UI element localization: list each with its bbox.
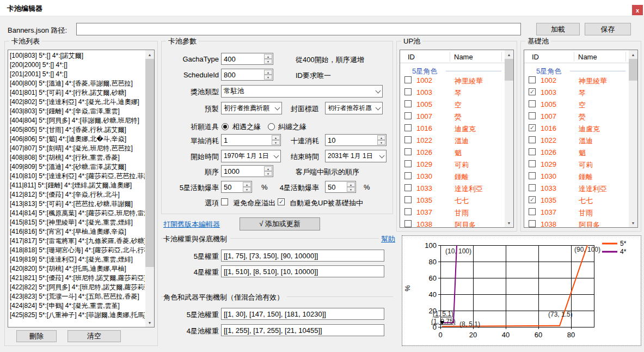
row-checkbox[interactable] xyxy=(529,124,536,131)
row-checkbox[interactable] xyxy=(404,196,412,203)
pool-type-select[interactable]: 常駐池 xyxy=(221,85,383,98)
gachatype-input[interactable]: 400 ▲▼ xyxy=(221,53,273,65)
radio-intertwined-fate[interactable] xyxy=(268,123,275,130)
pool-row[interactable]: 1035七七 xyxy=(400,196,504,204)
row-checkbox[interactable] xyxy=(529,172,536,179)
pool-row[interactable]: 1022溫迪 xyxy=(524,136,628,144)
list-item[interactable]: [422|822] 5*:[阿貝多] 4*:[班尼特,諾艾爾,蘿莎莉亞] xyxy=(8,283,145,292)
pool-row[interactable]: 1007熒 xyxy=(524,112,628,120)
row-checkbox[interactable] xyxy=(529,220,536,227)
avoid-constellation-overflow-checkbox[interactable] xyxy=(221,198,228,205)
order-spinner[interactable]: ▲▼ xyxy=(264,166,273,177)
pool-row[interactable]: 1022溫迪 xyxy=(400,136,504,144)
row-checkbox[interactable] xyxy=(529,160,536,167)
scheduleid-input[interactable]: 800 ▲▼ xyxy=(221,69,273,81)
row-checkbox[interactable] xyxy=(404,160,412,167)
scheduleid-spinner[interactable]: ▲▼ xyxy=(264,69,273,80)
list-item[interactable]: [403|803] 5*:[鍾離] 4*:[辛焱,雷澤,重雲] xyxy=(8,107,145,116)
pool-row[interactable]: 1016迪盧克 xyxy=(400,124,504,132)
rate5-input[interactable]: 50 ▲▼ xyxy=(221,181,252,193)
list-item[interactable]: [418|818] 5*:[珊瑚宮心海] 4*:[蘿莎莉亞,北斗,行秋] xyxy=(8,246,145,255)
row-checkbox[interactable] xyxy=(404,112,412,119)
row-checkbox[interactable] xyxy=(404,88,412,95)
help-link[interactable]: 幫助 xyxy=(379,234,395,244)
list-item[interactable]: [417|817] 5*:[雷電將軍] 4*:[九條裟羅,香菱,砂糖] xyxy=(8,236,145,246)
gachatype-spinner[interactable]: ▲▼ xyxy=(264,53,273,64)
row-checkbox[interactable] xyxy=(529,148,536,155)
list-item[interactable]: [405|805] 5*:[甘雨] 4*:[香菱,行秋,諾艾爾] xyxy=(8,125,145,135)
list-item[interactable]: [420|820] 5*:[胡桃] 4*:[托馬,迪奧娜,早柚] xyxy=(8,264,145,274)
list-item[interactable]: [423|823] 5*:[荒瀧一斗] 4*:[五郎,芭芭拉,香菱] xyxy=(8,292,145,301)
pool-row[interactable]: 1002神里綾華 xyxy=(400,76,504,84)
auto-avoid-up-checkbox[interactable] xyxy=(278,198,285,205)
pool-row[interactable]: 1035七七 xyxy=(524,196,628,204)
load-button[interactable]: 加載 xyxy=(536,23,580,35)
path-input[interactable] xyxy=(76,23,521,35)
weight4-input[interactable] xyxy=(221,265,384,277)
row-checkbox[interactable] xyxy=(404,76,412,83)
base-pool-scrollbar[interactable]: ▲ ▼ xyxy=(629,50,637,227)
scroll-up-icon[interactable]: ▲ xyxy=(629,50,637,59)
list-item[interactable]: [410|810] 5*:[達達利亞] 4*:[蘿莎莉亞,芭芭拉,菲謝爾] xyxy=(8,172,145,181)
add-or-update-button[interactable]: √ 添加或更新 xyxy=(240,217,320,230)
list-item[interactable]: [412|812] 5*:[優菈] 4*:[辛焱,行秋,北斗] xyxy=(8,190,145,199)
up-pool-scrollbar[interactable]: ▲ ▼ xyxy=(505,50,513,227)
ten-cost-input[interactable]: 10 ▲▼ xyxy=(325,134,387,146)
scrollbar-thumb[interactable] xyxy=(629,59,637,81)
scroll-down-icon[interactable]: ▼ xyxy=(629,219,637,227)
list-item[interactable]: [416|816] 5*:[宵宮] 4*:[早柚,迪奧娜,辛焱] xyxy=(8,227,145,236)
save-button[interactable]: 保存 xyxy=(585,23,631,35)
close-button[interactable]: x xyxy=(632,5,643,15)
row-checkbox[interactable] xyxy=(404,172,412,179)
list-item[interactable]: [411|811] 5*:[鍾離] 4*:[煙緋,諾艾爾,迪奧娜] xyxy=(8,181,145,190)
delete-button[interactable]: 刪除 xyxy=(16,330,57,342)
pool-row[interactable]: 1030鍾離 xyxy=(400,172,504,180)
pool-row[interactable]: 1026魈 xyxy=(524,148,628,156)
pool-row[interactable]: 1038阿貝多 xyxy=(400,220,504,228)
base-pool-list[interactable]: ID Name 5星角色 1002神里綾華1003琴1005空1007熒1016… xyxy=(524,50,638,228)
pool-row[interactable]: 1003琴 xyxy=(400,88,504,96)
list-item[interactable]: [413|813] 5*:[可莉] 4*:[芭芭拉,砂糖,菲謝爾] xyxy=(8,199,145,209)
scroll-down-icon[interactable]: ▼ xyxy=(505,219,513,227)
pool-weight4-input[interactable] xyxy=(221,324,384,336)
rate4-spinner[interactable]: ▲▼ xyxy=(347,181,355,192)
list-item[interactable]: [401|801] 5*:[可莉] 4*:[行秋,諾艾爾,砂糖] xyxy=(8,88,145,98)
pool-listbox[interactable]: [100|803] 5*:[] 4*:[諾艾爾][200|2000] 5*:[]… xyxy=(8,50,155,327)
pool-row[interactable]: 1029可莉 xyxy=(400,160,504,168)
pool-row[interactable]: 1029可莉 xyxy=(524,160,628,168)
pool-weight5-input[interactable] xyxy=(221,308,384,320)
pool-row[interactable]: 1005空 xyxy=(524,100,628,108)
pool-row[interactable]: 1005空 xyxy=(400,100,504,108)
row-checkbox[interactable] xyxy=(404,136,412,143)
order-input[interactable]: 1000 ▲▼ xyxy=(221,165,273,177)
row-checkbox[interactable] xyxy=(529,136,536,143)
pool-row[interactable]: 1033達達利亞 xyxy=(524,184,628,192)
scroll-up-icon[interactable]: ▲ xyxy=(505,50,513,59)
row-checkbox[interactable] xyxy=(529,100,536,107)
cover-title-select[interactable]: 初行者推荐祈愿 xyxy=(325,102,383,114)
list-item[interactable]: [425|825] 5*:[八重神子] 4*:[菲謝爾,迪奧娜,托馬] xyxy=(8,311,145,320)
list-item[interactable]: [414|814] 5*:[楓原萬葉] 4*:[蘿莎莉亞,班尼特,雷澤] xyxy=(8,209,145,218)
pool-row[interactable]: 1007熒 xyxy=(400,112,504,120)
row-checkbox[interactable] xyxy=(529,184,536,191)
row-checkbox[interactable] xyxy=(404,208,412,215)
row-checkbox[interactable] xyxy=(404,124,412,131)
scrollbar-thumb[interactable] xyxy=(505,59,513,81)
row-checkbox[interactable] xyxy=(404,100,412,107)
list-item[interactable]: [421|821] 5*:[優菈] 4*:[班尼特,諾艾爾,蘿莎莉亞] xyxy=(8,274,145,283)
clear-button[interactable]: 清空 xyxy=(68,330,121,342)
row-checkbox[interactable] xyxy=(529,196,536,203)
list-item[interactable]: [407|807] 5*:[刻晴] 4*:[凝光,班尼特,芭芭拉] xyxy=(8,144,145,153)
pool-row[interactable]: 1016迪盧克 xyxy=(524,124,628,132)
pool-row[interactable]: 1037甘雨 xyxy=(524,208,628,216)
ten-cost-spinner[interactable]: ▲▼ xyxy=(377,135,386,145)
list-item[interactable]: [100|803] 5*:[] 4*:[諾艾爾] xyxy=(8,51,145,60)
list-item[interactable]: [200|2000] 5*:[] 4*:[] xyxy=(8,60,145,70)
list-item[interactable]: [408|808] 5*:[胡桃] 4*:[行秋,重雲,香菱] xyxy=(8,153,145,162)
list-item[interactable]: [406|806] 5*:[魈] 4*:[迪奧娜,北�斗,辛焱] xyxy=(8,135,145,144)
open-old-editor-link[interactable]: 打開舊版本編輯器 xyxy=(163,220,220,229)
pool-row[interactable]: 1026魈 xyxy=(400,148,504,156)
pool-row[interactable]: 1002神里綾華 xyxy=(524,76,628,84)
list-item[interactable]: [409|809] 5*:[溫迪] 4*:[砂糖,雷澤,諾艾爾] xyxy=(8,162,145,172)
list-item[interactable]: [419|819] 5*:[達達利亞] 4*:[凝光,重雲,煙緋] xyxy=(8,255,145,264)
